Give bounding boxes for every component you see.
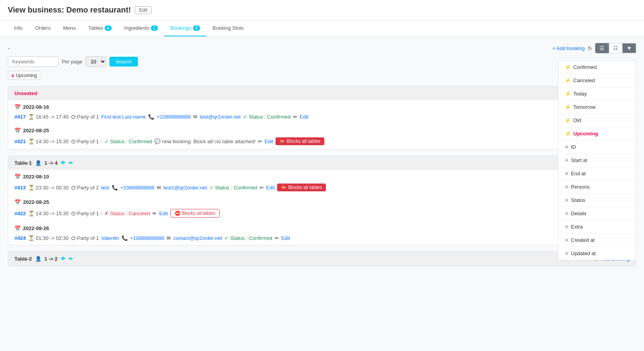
filter-extra[interactable]: ✥ Extra xyxy=(558,220,636,234)
unseated-title: Unseated xyxy=(14,90,38,96)
tab-info[interactable]: Info xyxy=(8,20,29,36)
calendar-icon-4: 📅 xyxy=(14,199,21,205)
filter-created-at[interactable]: ✥ Created at xyxy=(558,234,636,247)
booking-name[interactable]: First test Last name xyxy=(101,114,146,120)
date-block-2022-08-16: 📅 2022-08-16 #417 ⏳ 16:45 -> 17:45 ℺ Par… xyxy=(8,100,636,124)
table1-capacity: 1 -> 4 xyxy=(45,160,58,166)
booking-email[interactable]: test@qr2order.net xyxy=(200,114,240,120)
filter-extra-label: Extra xyxy=(571,224,583,230)
remove-upcoming-filter[interactable]: x xyxy=(11,72,14,78)
page-title: View business: Demo restaurant! xyxy=(8,5,131,14)
filter-updated-at[interactable]: ✥ Updated at xyxy=(558,247,636,260)
booking-email-424[interactable]: contact@qr2order.net xyxy=(173,235,222,241)
edit-link-422[interactable]: Edit xyxy=(159,211,168,216)
booking-party-424: ℺ Party of 1 xyxy=(71,235,99,241)
booking-name-424[interactable]: Valentin xyxy=(101,235,119,241)
phone-icon-424: 📞 xyxy=(122,235,128,241)
tab-orders[interactable]: Orders xyxy=(29,20,57,36)
filter-updated-at-label: Updated at xyxy=(571,250,596,256)
blocks-all-tables-button-413[interactable]: ⛔ Blocks all tables xyxy=(277,184,326,191)
keywords-input[interactable] xyxy=(8,56,59,67)
filter-start-at[interactable]: ✥ Start at xyxy=(558,154,636,167)
date-block-2022-08-25-unseated: 📅 2022-08-25 #421 ⏳ 14:30 -> 15:30 ℺ Par… xyxy=(8,124,636,149)
calendar-icon: 📅 xyxy=(14,104,21,110)
date-block-2022-08-26: 📅 2022-08-26 #424 ⏳ 01:30 -> 02:30 ℺ Par… xyxy=(8,221,636,245)
filter-canceled[interactable]: ⚡ Canceled xyxy=(558,74,636,87)
list-view-button[interactable]: ☰ xyxy=(595,43,609,53)
move-icon-updated: ✥ xyxy=(565,251,569,256)
edit-link-421[interactable]: Edit xyxy=(265,139,273,144)
booking-time-413: ⏳ 23:30 -> 00:30 xyxy=(28,185,69,191)
bolt-icon-confirmed: ⚡ xyxy=(565,64,571,70)
booking-id-422[interactable]: #422 xyxy=(14,211,26,216)
calendar-icon-3: 📅 xyxy=(14,174,21,180)
filter-details[interactable]: ✥ Details xyxy=(558,207,636,220)
tables-badge: 4 xyxy=(105,25,112,31)
tab-bookings[interactable]: Bookings 8 xyxy=(164,20,206,36)
tab-menu[interactable]: Menu xyxy=(57,20,82,36)
move-icon-id: ✥ xyxy=(565,144,569,150)
filter-toggle-button[interactable]: ▼ xyxy=(623,43,636,53)
per-page-select[interactable]: 10 25 50 xyxy=(86,56,106,67)
filter-end-at[interactable]: ✥ End at xyxy=(558,167,636,180)
search-button[interactable]: Search xyxy=(109,57,138,67)
filter-status[interactable]: ✥ Status xyxy=(558,194,636,207)
booking-phone-413[interactable]: +10888888888 xyxy=(120,185,154,191)
edit-button[interactable]: Edit xyxy=(135,6,152,14)
filter-canceled-label: Canceled xyxy=(573,77,595,83)
refresh-icon[interactable]: ↻ xyxy=(588,45,592,51)
date-label: 2022-08-16 xyxy=(23,104,49,110)
filter-today[interactable]: ⚡ Today xyxy=(558,87,636,101)
bolt-icon-today: ⚡ xyxy=(565,91,571,97)
filter-details-label: Details xyxy=(571,211,587,216)
booking-status: ✓ Status : Confirmed xyxy=(243,114,291,120)
filter-panel: ⚡ Confirmed ⚡ Canceled ⚡ Today ⚡ Tomorro… xyxy=(558,60,636,260)
add-booking-button[interactable]: + Add booking xyxy=(552,45,585,51)
page-header: View business: Demo restaurant! Edit xyxy=(0,0,644,20)
edit-link-417[interactable]: Edit xyxy=(300,114,308,120)
booking-email-413[interactable]: test1@qr2order.net xyxy=(163,185,207,191)
filter-upcoming[interactable]: ⚡ Upcoming xyxy=(558,127,636,140)
booking-id[interactable]: #417 xyxy=(14,114,26,120)
pencil-icon-table1[interactable]: ✏ xyxy=(69,160,73,166)
filter-confirmed[interactable]: ⚡ Confirmed xyxy=(558,61,636,74)
booking-id-421[interactable]: #421 xyxy=(14,139,26,144)
booking-row-413: #413 ⏳ 23:30 -> 00:30 ℺ Party of 2 test … xyxy=(8,181,636,195)
table1-title: Table-1 xyxy=(14,160,32,166)
persons-icon: 👤 xyxy=(35,160,41,166)
booking-name-413[interactable]: test xyxy=(101,185,109,191)
date-label-4: 2022-08-25 xyxy=(23,199,49,205)
move-icon-end: ✥ xyxy=(565,171,569,176)
booking-party-421: ℺ Party of 1 - xyxy=(71,139,102,144)
booking-status-422: ✗ Status : Canceled xyxy=(104,211,150,216)
tab-ingredients[interactable]: Ingredients 1 xyxy=(118,20,164,36)
booking-party-422: ℺ Party of 1 - xyxy=(71,211,102,216)
section-table-1: Table-1 👤 1 -> 4 👁 ✏ 📅 2022-08-10 #413 ⏳… xyxy=(8,156,636,245)
edit-icon-pencil: ✏ xyxy=(293,114,297,120)
booking-phone[interactable]: +10888888888 xyxy=(157,114,191,120)
blocks-all-tables-button-421[interactable]: ⛔ Blocks all tables xyxy=(275,137,324,145)
eye-icon-table1[interactable]: 👁 xyxy=(61,160,66,166)
edit-icon-424: ✏ xyxy=(275,235,279,241)
booking-id-424[interactable]: #424 xyxy=(14,235,26,241)
filter-persons[interactable]: ✥ Persons xyxy=(558,180,636,194)
tab-tables[interactable]: Tables 4 xyxy=(82,20,118,36)
filter-old[interactable]: ⚡ Old xyxy=(558,114,636,127)
email-icon: ✉ xyxy=(193,114,197,120)
filter-tomorrow[interactable]: ⚡ Tomorrow xyxy=(558,101,636,114)
pencil-icon-table2[interactable]: ✏ xyxy=(69,256,73,262)
booking-id-413[interactable]: #413 xyxy=(14,185,26,191)
eye-icon-table2[interactable]: 👁 xyxy=(61,256,66,262)
blocks-all-tables-button-422[interactable]: ⛔ Blocks all tables xyxy=(170,209,220,218)
filter-id[interactable]: ✥ ID xyxy=(558,140,636,154)
move-icon-status: ✥ xyxy=(565,198,569,203)
table2-capacity: 1 -> 2 xyxy=(45,256,58,262)
move-icon-created: ✥ xyxy=(565,238,569,243)
edit-link-413[interactable]: Edit xyxy=(266,185,275,191)
edit-link-424[interactable]: Edit xyxy=(281,235,290,241)
compact-view-button[interactable]: ☷ xyxy=(609,43,623,53)
booking-phone-424[interactable]: +10888888888 xyxy=(130,235,164,241)
edit-icon-422: ✏ xyxy=(152,211,157,216)
tab-booking-slots[interactable]: Booking Slots xyxy=(206,20,250,36)
bolt-icon-upcoming: ⚡ xyxy=(565,131,571,137)
